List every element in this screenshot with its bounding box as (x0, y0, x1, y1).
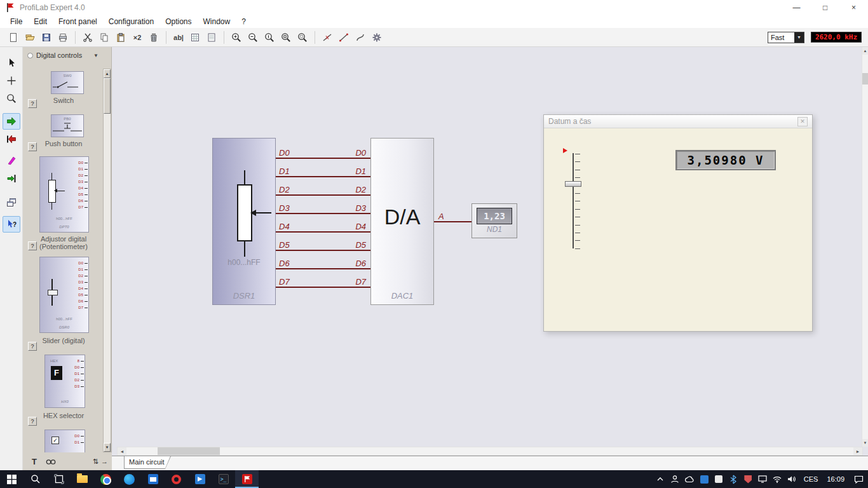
component-nd1[interactable]: 1,23 ND1 (471, 203, 517, 238)
panel-slider-track[interactable] (573, 153, 574, 248)
tray-expand-icon[interactable] (653, 470, 668, 488)
menu-options[interactable]: Options (159, 15, 197, 28)
front-panel-edit-button[interactable] (3, 152, 20, 169)
taskbar-app-media[interactable] (188, 470, 212, 488)
wire-d4[interactable]: D4D4 (276, 222, 370, 233)
front-panel-window[interactable]: Datum a čas ✕ 3,50980 V (543, 114, 813, 332)
taskbar-app-terminal[interactable]: >_ (212, 470, 235, 488)
wire-d0[interactable]: D0D0 (276, 149, 370, 159)
close-button[interactable]: × (839, 0, 868, 15)
horizontal-scrollbar-thumb[interactable] (158, 447, 220, 455)
palette-scrollbar-thumb[interactable] (104, 78, 111, 114)
bluetooth-tray-icon[interactable] (726, 470, 741, 488)
wire-d3[interactable]: D3D3 (276, 204, 370, 214)
wire-d7[interactable]: D7D7 (276, 278, 370, 288)
text-tool-button[interactable]: ab| (170, 30, 187, 45)
wire-d2[interactable]: D2D2 (276, 186, 370, 196)
zoom-selection-button[interactable] (294, 30, 311, 45)
taskbar-app-mail[interactable] (141, 470, 165, 488)
component-switch-thumb[interactable]: SW0 (51, 71, 84, 94)
menu-edit[interactable]: Edit (28, 15, 53, 28)
zoom-fit-button[interactable] (278, 30, 294, 45)
taskbar-app-profilab[interactable] (235, 470, 259, 488)
curve-wire-tool-button[interactable] (352, 30, 369, 45)
cut-button[interactable] (79, 30, 96, 45)
zoom-tool-button[interactable] (3, 90, 20, 107)
component-checkbox-thumb[interactable]: ✓ D0 D1 (44, 430, 85, 452)
start-button[interactable] (0, 470, 24, 488)
wire-a[interactable]: A (434, 212, 471, 222)
help-button[interactable]: ? (28, 142, 37, 151)
open-button[interactable] (22, 30, 38, 45)
grid-button[interactable] (187, 30, 203, 45)
help-button[interactable]: ? (28, 99, 37, 108)
component-slider-thumb[interactable]: D0 D1 D2 D3 D4 D5 D6 D7 h00...hFF DSR0 (39, 257, 89, 333)
crosshair-tool-button[interactable] (3, 72, 20, 89)
wire-d1[interactable]: D1D1 (276, 167, 370, 177)
palette-scrollbar[interactable]: ▲ ▼ (103, 69, 111, 452)
save-button[interactable] (38, 30, 55, 45)
menu-window[interactable]: Window (197, 15, 236, 28)
close-icon[interactable]: ✕ (797, 117, 808, 126)
language-indicator[interactable]: CES (799, 475, 823, 483)
tray-app-blue-icon[interactable] (697, 470, 712, 488)
menu-front-panel[interactable]: Front panel (53, 15, 103, 28)
new-button[interactable] (5, 30, 22, 45)
zoom-100-button[interactable] (261, 30, 278, 45)
people-icon[interactable] (668, 470, 682, 488)
tab-main-circuit[interactable]: Main circuit (124, 456, 171, 469)
wire-d5[interactable]: D5D5 (276, 241, 370, 251)
taskbar-search-button[interactable] (24, 470, 47, 488)
scroll-right-icon[interactable]: ► (853, 447, 862, 455)
panel-slider-handle[interactable] (565, 181, 581, 187)
maximize-button[interactable]: □ (811, 0, 839, 15)
scroll-up-icon[interactable]: ▲ (104, 69, 111, 78)
zoom-in-button[interactable] (228, 30, 245, 45)
security-tray-icon[interactable] (741, 470, 756, 488)
print-button[interactable] (55, 30, 71, 45)
settings-button[interactable] (369, 30, 385, 45)
move-vertical-icon[interactable]: ⇅ (93, 458, 98, 466)
component-dac1[interactable]: D/A DAC1 (370, 138, 434, 305)
zoom-out-button[interactable] (245, 30, 261, 45)
duplicate-button[interactable]: ×2 (129, 30, 146, 45)
taskbar-clock[interactable]: 16:09 (822, 475, 849, 483)
vertical-scrollbar-thumb[interactable] (862, 73, 868, 85)
taskbar-app-explorer[interactable] (71, 470, 94, 488)
context-help-button[interactable]: ? (3, 216, 20, 233)
component-category-select[interactable]: Digital controls ▼ (27, 51, 107, 59)
menu-help[interactable]: ? (236, 15, 252, 28)
text-label-tool-button[interactable]: T (28, 455, 41, 468)
front-panel-titlebar[interactable]: Datum a čas ✕ (544, 115, 812, 128)
help-button[interactable]: ? (28, 342, 37, 351)
simulation-speed-select[interactable]: Fast ▼ (768, 32, 804, 43)
scroll-left-icon[interactable]: ◄ (118, 447, 126, 455)
stop-simulation-button[interactable] (3, 131, 20, 147)
menu-configuration[interactable]: Configuration (103, 15, 159, 28)
volume-tray-icon[interactable] (785, 470, 799, 488)
minimize-button[interactable]: — (782, 0, 811, 15)
canvas-horizontal-scrollbar[interactable]: ◄ ► (117, 447, 863, 456)
wire-tool-button[interactable] (336, 30, 352, 45)
run-simulation-button[interactable] (3, 113, 20, 130)
menu-file[interactable]: File (4, 15, 28, 28)
help-button[interactable]: ? (28, 241, 37, 250)
taskbar-app-opera[interactable] (165, 470, 188, 488)
select-tool-button[interactable] (3, 55, 20, 71)
cut-wire-tool-button[interactable] (319, 30, 336, 45)
action-center-button[interactable] (849, 470, 868, 488)
network-tray-icon[interactable] (770, 470, 785, 488)
step-tool-button[interactable] (3, 170, 20, 187)
display-tray-icon[interactable] (756, 470, 770, 488)
tray-app-white-icon[interactable] (712, 470, 726, 488)
move-right-icon[interactable]: → (101, 458, 108, 466)
page-grid-button[interactable] (203, 30, 220, 45)
component-push-button-thumb[interactable]: PB0 (51, 114, 84, 137)
delete-button[interactable] (146, 30, 162, 45)
wire-d6[interactable]: D6D6 (276, 259, 370, 269)
component-dsr1[interactable]: h00...hFF DSR1 (212, 138, 276, 305)
canvas-vertical-scrollbar[interactable]: ▲ ▼ (862, 47, 868, 447)
taskbar-app-edge[interactable] (118, 470, 141, 488)
copy-button[interactable] (96, 30, 112, 45)
scroll-down-icon[interactable]: ▼ (862, 439, 868, 447)
